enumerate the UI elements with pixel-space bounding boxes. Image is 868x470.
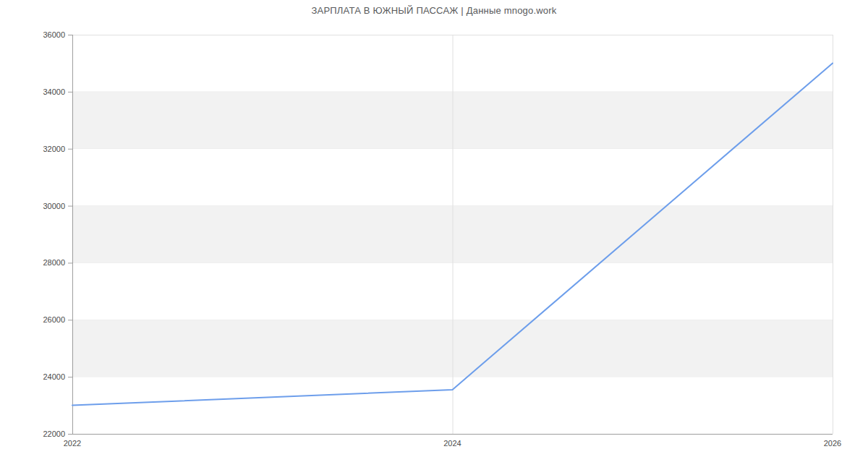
- salary-line-chart: ЗАРПЛАТА В ЮЖНЫЙ ПАССАЖ | Данные mnogo.w…: [0, 0, 868, 470]
- x-tick-label: 2026: [824, 439, 841, 448]
- y-tick-label: 32000: [43, 145, 65, 153]
- y-tick-label: 28000: [43, 258, 65, 267]
- y-tick-label: 22000: [43, 430, 65, 438]
- x-tick-label: 2024: [443, 439, 461, 448]
- x-tick-label: 2022: [64, 439, 81, 448]
- chart-plot-area: 2200024000260002800030000320003400036000…: [0, 0, 868, 470]
- y-tick-label: 24000: [43, 372, 65, 381]
- y-tick-label: 34000: [43, 87, 65, 96]
- y-tick-label: 26000: [43, 315, 65, 324]
- y-tick-label: 36000: [43, 30, 65, 39]
- y-tick-label: 30000: [43, 202, 65, 210]
